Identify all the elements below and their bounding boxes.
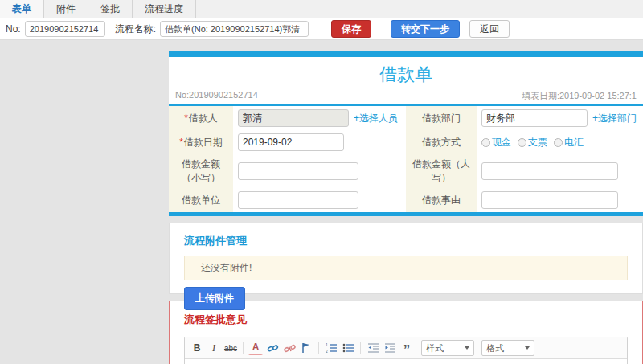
no-input[interactable] bbox=[25, 21, 105, 37]
process-name-input[interactable] bbox=[160, 21, 309, 37]
loan-unit-field bbox=[233, 188, 406, 212]
tab-form[interactable]: 表单 bbox=[0, 0, 44, 18]
dept-field: +选择部门 bbox=[477, 106, 643, 130]
loan-reason-input[interactable] bbox=[481, 191, 618, 209]
blockquote-icon[interactable]: ” bbox=[399, 341, 414, 355]
unordered-list-icon[interactable] bbox=[341, 341, 355, 355]
radio-cheque[interactable]: 支票 bbox=[518, 136, 547, 149]
indent-icon[interactable] bbox=[383, 341, 397, 355]
amount-big-field bbox=[477, 154, 643, 188]
radio-wire[interactable]: 电汇 bbox=[554, 136, 584, 149]
select-person-link[interactable]: +选择人员 bbox=[354, 112, 398, 125]
no-attachment-notice: 还没有附件! bbox=[184, 256, 628, 280]
select-dept-link[interactable]: +选择部门 bbox=[592, 112, 637, 125]
loan-date-input[interactable] bbox=[238, 133, 344, 151]
link-icon[interactable] bbox=[265, 341, 280, 355]
required-mark: * bbox=[184, 112, 188, 124]
approval-heading: 流程签批意见 bbox=[184, 313, 628, 327]
radio-circle-icon bbox=[554, 138, 563, 147]
panel-bottom-accent-bar bbox=[169, 212, 643, 216]
tab-strip: 表单 附件 签批 流程进度 bbox=[0, 0, 643, 18]
radio-circle-icon bbox=[518, 138, 526, 147]
editor-content-area[interactable] bbox=[185, 359, 627, 364]
loan-method-label: 借款方式 bbox=[406, 130, 477, 154]
radio-circle-icon bbox=[481, 138, 490, 147]
tab-approval[interactable]: 签批 bbox=[88, 0, 133, 18]
borrower-label: *借款人 bbox=[169, 106, 233, 130]
no-label: No: bbox=[6, 23, 21, 35]
chevron-down-icon bbox=[465, 346, 469, 350]
upload-attachment-button[interactable]: 上传附件 bbox=[184, 287, 245, 310]
loan-form-panel: 借款单 No:20190902152714 填表日期:2019-09-02 15… bbox=[169, 51, 643, 216]
loan-date-label: *借款日期 bbox=[169, 130, 233, 154]
form-date-text: 填表日期:2019-09-02 15:27:1 bbox=[522, 90, 637, 102]
toolbar-separator bbox=[243, 342, 244, 354]
editor-toolbar: B I abc A 12 bbox=[185, 337, 627, 359]
back-button[interactable]: 返回 bbox=[469, 20, 510, 38]
form-meta-row: No:20190902152714 填表日期:2019-09-02 15:27:… bbox=[169, 88, 643, 104]
outdent-icon[interactable] bbox=[366, 341, 380, 355]
forward-next-step-button[interactable]: 转交下一步 bbox=[391, 20, 460, 38]
loan-method-field: 现金 支票 电汇 bbox=[477, 130, 643, 154]
loan-reason-field bbox=[477, 188, 643, 212]
style-dropdown[interactable]: 样式 bbox=[421, 340, 474, 356]
amount-small-field bbox=[233, 154, 406, 188]
save-button[interactable]: 保存 bbox=[331, 20, 371, 38]
strikethrough-icon[interactable]: abc bbox=[223, 341, 238, 355]
attachment-heading: 流程附件管理 bbox=[184, 234, 628, 248]
main-content: 借款单 No:20190902152714 填表日期:2019-09-02 15… bbox=[0, 40, 643, 364]
amount-small-label: 借款金额（小写） bbox=[169, 154, 233, 188]
chevron-down-icon bbox=[525, 346, 530, 350]
loan-method-radio-group: 现金 支票 电汇 bbox=[481, 136, 584, 149]
ordered-list-icon[interactable]: 12 bbox=[324, 341, 338, 355]
anchor-flag-icon[interactable] bbox=[299, 341, 313, 355]
svg-text:2: 2 bbox=[326, 349, 328, 354]
form-title: 借款单 bbox=[169, 57, 643, 88]
bold-icon[interactable]: B bbox=[190, 341, 204, 355]
required-mark: * bbox=[179, 137, 183, 148]
amount-big-input[interactable] bbox=[481, 162, 618, 180]
tab-progress[interactable]: 流程进度 bbox=[133, 0, 196, 18]
radio-cash[interactable]: 现金 bbox=[481, 136, 511, 149]
dept-input[interactable] bbox=[481, 109, 588, 127]
attachment-panel: 流程附件管理 还没有附件! 上传附件 bbox=[169, 223, 643, 294]
rich-text-editor: B I abc A 12 bbox=[184, 337, 628, 364]
borrower-field: +选择人员 bbox=[233, 106, 406, 130]
dept-label: 借款部门 bbox=[406, 106, 477, 130]
loan-reason-label: 借款事由 bbox=[406, 188, 477, 212]
command-bar: No: 流程名称: 保存 转交下一步 返回 bbox=[0, 18, 643, 40]
amount-big-label: 借款金额（大写） bbox=[406, 154, 477, 188]
borrower-input[interactable] bbox=[238, 109, 349, 127]
format-dropdown[interactable]: 格式 bbox=[481, 340, 534, 356]
loan-unit-label: 借款单位 bbox=[169, 188, 233, 212]
toolbar-separator bbox=[360, 342, 361, 354]
loan-unit-input[interactable] bbox=[238, 191, 358, 209]
unlink-icon[interactable] bbox=[282, 341, 297, 355]
italic-icon[interactable]: I bbox=[207, 341, 221, 355]
tab-attachments[interactable]: 附件 bbox=[44, 0, 88, 18]
loan-date-field bbox=[233, 130, 406, 154]
amount-small-input[interactable] bbox=[238, 162, 358, 180]
process-name-label: 流程名称: bbox=[115, 22, 156, 36]
remove-format-icon[interactable]: A bbox=[248, 341, 263, 355]
toolbar-separator bbox=[318, 342, 319, 354]
form-no-text: No:20190902152714 bbox=[175, 90, 258, 102]
panel-top-accent-bar bbox=[169, 51, 643, 57]
form-grid: *借款人 +选择人员 借款部门 +选择部门 *借款日期 借款方式 bbox=[169, 106, 643, 212]
svg-text:1: 1 bbox=[326, 342, 328, 347]
